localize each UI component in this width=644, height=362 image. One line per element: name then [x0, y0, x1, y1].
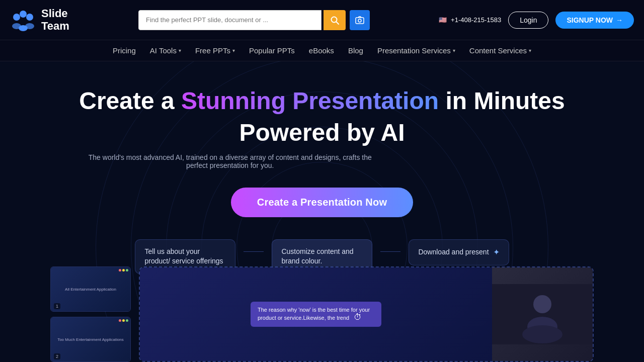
- nav-item-blog[interactable]: Blog: [348, 46, 363, 55]
- chevron-down-icon: ▾: [529, 48, 531, 53]
- sparkle-icon: ✦: [493, 247, 500, 258]
- slide-thumb-2-number: 2: [54, 353, 60, 359]
- slide-dots-2: [119, 319, 128, 322]
- main-slide-text: The reason why 'now' is the best time fo…: [258, 307, 370, 321]
- dot-red: [119, 319, 121, 322]
- header: Slide Team 🇺🇸 +1-408-215-1583 Login SI: [0, 0, 644, 40]
- nav-item-ebooks[interactable]: eBooks: [309, 46, 334, 55]
- slide-dots-1: [119, 269, 128, 272]
- svg-point-1: [20, 11, 27, 18]
- clock-icon: ⏱: [354, 313, 362, 321]
- slide-thumb-1[interactable]: All Entertainment Application 1: [50, 266, 131, 312]
- dot-green: [126, 269, 128, 272]
- search-bar: [138, 10, 370, 30]
- person-illustration: [492, 267, 593, 361]
- slide-thumb-1-inner: All Entertainment Application 1: [51, 267, 130, 311]
- dot-green: [126, 319, 128, 322]
- logo[interactable]: Slide Team: [10, 7, 69, 33]
- slide-thumb-2-label: Too Much Entertainment Applications: [55, 335, 126, 344]
- main-slide-left: The reason why 'now' is the best time fo…: [140, 267, 492, 361]
- step-connector-1: [244, 251, 264, 252]
- main-slide-right-overlay: [492, 267, 593, 361]
- login-button[interactable]: Login: [508, 12, 548, 29]
- logo-text: Slide Team: [41, 8, 69, 32]
- step-3-box: Download and present ✦: [409, 239, 509, 265]
- svg-point-2: [26, 14, 33, 21]
- phone-section: 🇺🇸 +1-408-215-1583: [439, 16, 501, 24]
- hero-title-gradient: Stunning Presentation: [181, 87, 439, 114]
- chevron-down-icon: ▾: [453, 48, 455, 53]
- svg-point-13: [522, 325, 562, 343]
- hero-content: Create a Stunning Presentation in Minute…: [79, 61, 565, 217]
- search-button[interactable]: [324, 10, 346, 30]
- phone-number: +1-408-215-1583: [451, 16, 501, 24]
- step-1-text: Tell us about your product/ service offe…: [144, 247, 223, 265]
- signup-label: SIGNUP NOW: [567, 16, 613, 24]
- main-slide-right: [492, 267, 593, 361]
- camera-button[interactable]: [350, 10, 370, 30]
- svg-point-5: [25, 23, 34, 29]
- logo-icon: [10, 7, 36, 33]
- flag-icon: 🇺🇸: [439, 16, 447, 24]
- svg-line-7: [336, 22, 339, 24]
- nav-item-content-services[interactable]: Content Services ▾: [469, 46, 531, 55]
- svg-point-11: [533, 295, 551, 313]
- logo-team-text: Team: [41, 20, 69, 32]
- nav-item-popularpts[interactable]: Popular PPTs: [249, 46, 295, 55]
- svg-point-0: [13, 14, 20, 21]
- svg-point-9: [358, 19, 361, 22]
- signup-arrow-icon: →: [616, 16, 623, 24]
- slide-thumb-1-label: All Entertainment Application: [63, 285, 118, 294]
- slide-thumbnails: All Entertainment Application 1 Too Much…: [50, 266, 131, 362]
- bottom-slide-area: All Entertainment Application 1 Too Much…: [0, 266, 644, 362]
- nav-item-pricing[interactable]: Pricing: [113, 46, 136, 55]
- slide-thumb-2-inner: Too Much Entertainment Applications 2: [51, 317, 130, 361]
- hero-title-suffix: in Minutes: [439, 87, 565, 114]
- hero-subtitle: Powered by AI: [79, 119, 565, 146]
- nav-item-aitools[interactable]: AI Tools ▾: [150, 46, 181, 55]
- main-slide-text-block: The reason why 'now' is the best time fo…: [251, 302, 381, 327]
- camera-icon: [355, 15, 365, 25]
- slide-thumb-2[interactable]: Too Much Entertainment Applications 2: [50, 317, 131, 362]
- main-slide-container: The reason why 'now' is the best time fo…: [139, 266, 594, 362]
- create-presentation-button[interactable]: Create a Presentation Now: [231, 188, 413, 217]
- dot-yellow: [122, 319, 125, 322]
- search-input[interactable]: [138, 10, 321, 30]
- step-connector-2: [380, 251, 400, 252]
- header-right: 🇺🇸 +1-408-215-1583 Login SIGNUP NOW →: [439, 12, 634, 29]
- hero-title-prefix: Create a: [79, 87, 181, 114]
- nav-item-presentation-services[interactable]: Presentation Services ▾: [377, 46, 455, 55]
- search-icon: [330, 16, 339, 25]
- signup-button[interactable]: SIGNUP NOW →: [555, 12, 634, 29]
- step-3-text: Download and present: [418, 247, 489, 257]
- chevron-down-icon: ▾: [179, 48, 181, 53]
- dot-red: [119, 269, 121, 272]
- chevron-down-icon: ▾: [232, 48, 235, 53]
- step-2-text: Customize content and brand colour.: [281, 247, 353, 265]
- dot-yellow: [122, 269, 125, 272]
- hero-title: Create a Stunning Presentation in Minute…: [79, 86, 565, 116]
- nav-item-freeppts[interactable]: Free PPTs ▾: [195, 46, 235, 55]
- main-nav: Pricing AI Tools ▾ Free PPTs ▾ Popular P…: [0, 40, 644, 61]
- slide-thumb-1-number: 1: [54, 303, 60, 309]
- logo-slide-text: Slide: [41, 8, 69, 20]
- hero-description: The world's most advanced AI, trained on…: [79, 153, 381, 169]
- svg-rect-8: [356, 18, 364, 24]
- step-3-content: Download and present ✦: [418, 247, 499, 258]
- hero-section: Create a Stunning Presentation in Minute…: [0, 61, 644, 362]
